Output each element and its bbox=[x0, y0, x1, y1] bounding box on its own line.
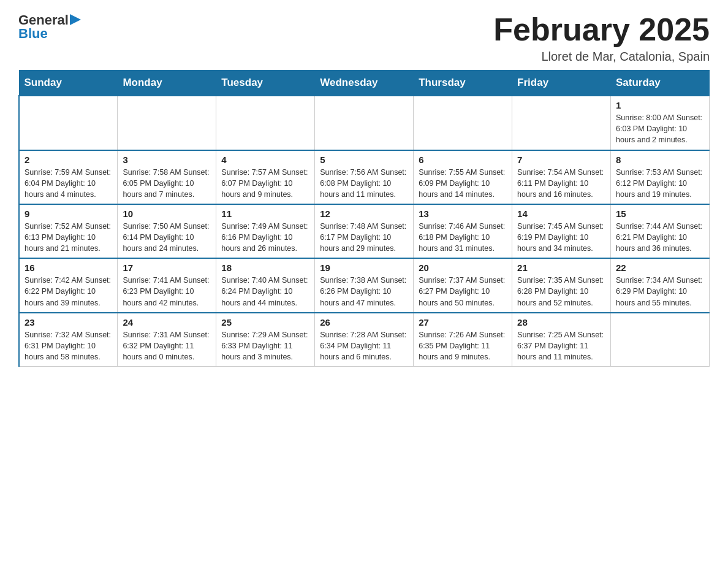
day-number: 26 bbox=[320, 317, 408, 327]
table-row: 10Sunrise: 7:50 AM Sunset: 6:14 PM Dayli… bbox=[118, 204, 216, 258]
day-info: Sunrise: 7:35 AM Sunset: 6:28 PM Dayligh… bbox=[517, 275, 605, 308]
day-info: Sunrise: 7:53 AM Sunset: 6:12 PM Dayligh… bbox=[616, 167, 704, 200]
table-row: 4Sunrise: 7:57 AM Sunset: 6:07 PM Daylig… bbox=[216, 150, 315, 204]
table-row: 2Sunrise: 7:59 AM Sunset: 6:04 PM Daylig… bbox=[19, 150, 118, 204]
day-info: Sunrise: 7:26 AM Sunset: 6:35 PM Dayligh… bbox=[419, 329, 507, 362]
day-number: 4 bbox=[221, 155, 309, 165]
table-row: 28Sunrise: 7:25 AM Sunset: 6:37 PM Dayli… bbox=[512, 313, 611, 367]
calendar-week-row: 16Sunrise: 7:42 AM Sunset: 6:22 PM Dayli… bbox=[19, 258, 710, 312]
header-wednesday: Wednesday bbox=[315, 71, 414, 96]
table-row: 20Sunrise: 7:37 AM Sunset: 6:27 PM Dayli… bbox=[414, 258, 512, 312]
day-number: 6 bbox=[419, 155, 507, 165]
day-number: 15 bbox=[616, 209, 704, 219]
header-friday: Friday bbox=[512, 71, 611, 96]
table-row: 12Sunrise: 7:48 AM Sunset: 6:17 PM Dayli… bbox=[315, 204, 414, 258]
day-number: 2 bbox=[25, 155, 112, 165]
day-info: Sunrise: 7:57 AM Sunset: 6:07 PM Dayligh… bbox=[221, 167, 309, 200]
day-info: Sunrise: 7:34 AM Sunset: 6:29 PM Dayligh… bbox=[616, 275, 704, 308]
day-info: Sunrise: 7:41 AM Sunset: 6:23 PM Dayligh… bbox=[123, 275, 211, 308]
table-row: 19Sunrise: 7:38 AM Sunset: 6:26 PM Dayli… bbox=[315, 258, 414, 312]
day-info: Sunrise: 7:37 AM Sunset: 6:27 PM Dayligh… bbox=[419, 275, 507, 308]
table-row: 16Sunrise: 7:42 AM Sunset: 6:22 PM Dayli… bbox=[19, 258, 118, 312]
day-number: 23 bbox=[25, 317, 112, 327]
header-monday: Monday bbox=[118, 71, 216, 96]
day-info: Sunrise: 7:52 AM Sunset: 6:13 PM Dayligh… bbox=[25, 221, 112, 254]
header-tuesday: Tuesday bbox=[216, 71, 315, 96]
day-info: Sunrise: 7:50 AM Sunset: 6:14 PM Dayligh… bbox=[123, 221, 211, 254]
day-number: 7 bbox=[517, 155, 605, 165]
calendar-week-row: 23Sunrise: 7:32 AM Sunset: 6:31 PM Dayli… bbox=[19, 313, 710, 367]
table-row: 18Sunrise: 7:40 AM Sunset: 6:24 PM Dayli… bbox=[216, 258, 315, 312]
weekday-header-row: Sunday Monday Tuesday Wednesday Thursday… bbox=[19, 71, 710, 96]
day-info: Sunrise: 7:28 AM Sunset: 6:34 PM Dayligh… bbox=[320, 329, 408, 362]
day-info: Sunrise: 7:58 AM Sunset: 6:05 PM Dayligh… bbox=[123, 167, 211, 200]
logo: General Blue bbox=[18, 12, 81, 42]
day-info: Sunrise: 7:56 AM Sunset: 6:08 PM Dayligh… bbox=[320, 167, 408, 200]
header-thursday: Thursday bbox=[414, 71, 512, 96]
day-number: 1 bbox=[616, 100, 704, 110]
calendar-week-row: 9Sunrise: 7:52 AM Sunset: 6:13 PM Daylig… bbox=[19, 204, 710, 258]
table-row bbox=[611, 313, 710, 367]
day-number: 13 bbox=[419, 209, 507, 219]
table-row: 14Sunrise: 7:45 AM Sunset: 6:19 PM Dayli… bbox=[512, 204, 611, 258]
day-number: 21 bbox=[517, 262, 605, 273]
table-row: 24Sunrise: 7:31 AM Sunset: 6:32 PM Dayli… bbox=[118, 313, 216, 367]
table-row bbox=[512, 96, 611, 150]
page-header: General Blue February 2025 Lloret de Mar… bbox=[18, 12, 710, 64]
logo-blue: Blue bbox=[18, 26, 81, 42]
day-number: 20 bbox=[419, 262, 507, 273]
day-info: Sunrise: 7:29 AM Sunset: 6:33 PM Dayligh… bbox=[221, 329, 309, 362]
day-number: 8 bbox=[616, 155, 704, 165]
header-saturday: Saturday bbox=[611, 71, 710, 96]
title-block: February 2025 Lloret de Mar, Catalonia, … bbox=[493, 12, 710, 64]
table-row: 21Sunrise: 7:35 AM Sunset: 6:28 PM Dayli… bbox=[512, 258, 611, 312]
day-number: 10 bbox=[123, 209, 211, 219]
table-row: 3Sunrise: 7:58 AM Sunset: 6:05 PM Daylig… bbox=[118, 150, 216, 204]
table-row bbox=[414, 96, 512, 150]
day-number: 24 bbox=[123, 317, 211, 327]
header-sunday: Sunday bbox=[19, 71, 118, 96]
day-info: Sunrise: 7:59 AM Sunset: 6:04 PM Dayligh… bbox=[25, 167, 112, 200]
day-info: Sunrise: 7:55 AM Sunset: 6:09 PM Dayligh… bbox=[419, 167, 507, 200]
table-row bbox=[315, 96, 414, 150]
svg-marker-0 bbox=[70, 14, 81, 25]
calendar-title: February 2025 bbox=[493, 12, 710, 47]
calendar-week-row: 2Sunrise: 7:59 AM Sunset: 6:04 PM Daylig… bbox=[19, 150, 710, 204]
table-row: 23Sunrise: 7:32 AM Sunset: 6:31 PM Dayli… bbox=[19, 313, 118, 367]
table-row: 1Sunrise: 8:00 AM Sunset: 6:03 PM Daylig… bbox=[611, 96, 710, 150]
day-info: Sunrise: 7:40 AM Sunset: 6:24 PM Dayligh… bbox=[221, 275, 309, 308]
day-info: Sunrise: 7:44 AM Sunset: 6:21 PM Dayligh… bbox=[616, 221, 704, 254]
day-number: 5 bbox=[320, 155, 408, 165]
day-number: 11 bbox=[221, 209, 309, 219]
day-number: 14 bbox=[517, 209, 605, 219]
table-row: 13Sunrise: 7:46 AM Sunset: 6:18 PM Dayli… bbox=[414, 204, 512, 258]
day-info: Sunrise: 7:46 AM Sunset: 6:18 PM Dayligh… bbox=[419, 221, 507, 254]
table-row: 11Sunrise: 7:49 AM Sunset: 6:16 PM Dayli… bbox=[216, 204, 315, 258]
location: Lloret de Mar, Catalonia, Spain bbox=[493, 50, 710, 64]
day-number: 12 bbox=[320, 209, 408, 219]
table-row: 15Sunrise: 7:44 AM Sunset: 6:21 PM Dayli… bbox=[611, 204, 710, 258]
day-info: Sunrise: 7:54 AM Sunset: 6:11 PM Dayligh… bbox=[517, 167, 605, 200]
day-number: 18 bbox=[221, 262, 309, 273]
day-number: 22 bbox=[616, 262, 704, 273]
day-number: 16 bbox=[25, 262, 112, 273]
table-row: 22Sunrise: 7:34 AM Sunset: 6:29 PM Dayli… bbox=[611, 258, 710, 312]
day-info: Sunrise: 7:49 AM Sunset: 6:16 PM Dayligh… bbox=[221, 221, 309, 254]
logo-triangle-icon bbox=[70, 14, 81, 25]
day-number: 27 bbox=[419, 317, 507, 327]
table-row: 25Sunrise: 7:29 AM Sunset: 6:33 PM Dayli… bbox=[216, 313, 315, 367]
day-number: 28 bbox=[517, 317, 605, 327]
day-number: 3 bbox=[123, 155, 211, 165]
table-row bbox=[118, 96, 216, 150]
calendar-table: Sunday Monday Tuesday Wednesday Thursday… bbox=[18, 70, 710, 367]
table-row: 26Sunrise: 7:28 AM Sunset: 6:34 PM Dayli… bbox=[315, 313, 414, 367]
table-row bbox=[19, 96, 118, 150]
day-info: Sunrise: 7:31 AM Sunset: 6:32 PM Dayligh… bbox=[123, 329, 211, 362]
table-row: 27Sunrise: 7:26 AM Sunset: 6:35 PM Dayli… bbox=[414, 313, 512, 367]
calendar-week-row: 1Sunrise: 8:00 AM Sunset: 6:03 PM Daylig… bbox=[19, 96, 710, 150]
day-number: 25 bbox=[221, 317, 309, 327]
table-row: 6Sunrise: 7:55 AM Sunset: 6:09 PM Daylig… bbox=[414, 150, 512, 204]
day-number: 9 bbox=[25, 209, 112, 219]
day-number: 19 bbox=[320, 262, 408, 273]
table-row: 5Sunrise: 7:56 AM Sunset: 6:08 PM Daylig… bbox=[315, 150, 414, 204]
